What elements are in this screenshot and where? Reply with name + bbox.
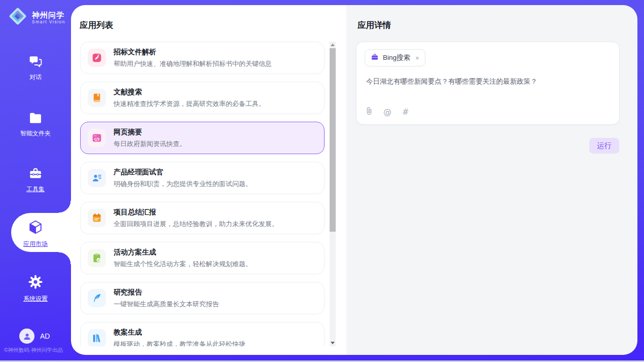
app-card-desc: 模板驱动，教案秒成，教学准备从此轻松快捷: [114, 340, 245, 347]
app-card-desc: 每日政府新闻资讯快查。: [114, 139, 186, 149]
browser-code-icon: [88, 129, 106, 147]
app-card[interactable]: 项目总结汇报 全面回顾项目进展，总结经验教训，助力未来优化发展。: [80, 202, 325, 234]
run-button[interactable]: 运行: [589, 138, 619, 154]
question-input[interactable]: 今日湖北有哪些新闻要点？有哪些需要关注的最新政策？: [366, 77, 610, 86]
chat-icon: [28, 55, 43, 69]
edit-pen-icon: [88, 49, 106, 67]
chip-close-icon[interactable]: ×: [415, 54, 419, 62]
app-card-desc: 快速精准查找学术资源，提高研究效率的必备工具。: [114, 99, 265, 108]
user-label: AD: [40, 332, 50, 340]
brand-name: 神州问学: [32, 11, 65, 19]
sidebar-item-label: 应用市场: [23, 240, 48, 248]
user-account[interactable]: AD: [19, 329, 50, 344]
scrollbar[interactable]: [330, 42, 336, 346]
app-card-title: 教案生成: [114, 328, 245, 337]
scroll-up-button[interactable]: [330, 42, 336, 48]
sidebar-item-app-market[interactable]: 应用市场: [0, 220, 71, 248]
sidebar-item-label: 工具集: [26, 185, 45, 194]
app-card-desc: 一键智能生成高质量长文本研究报告: [114, 300, 219, 309]
clipboard-check-icon: [88, 249, 106, 267]
calendar-report-icon: [88, 209, 106, 227]
book-icon: [88, 89, 106, 107]
app-card-title: 研究报告: [114, 288, 219, 297]
app-card-desc: 帮助用户快速、准确地理解和解析招标书中的关键信息: [114, 59, 272, 68]
mention-icon[interactable]: @: [383, 108, 391, 116]
app-card-title: 产品经理面试官: [114, 168, 252, 177]
app-card-title: 项目总结汇报: [114, 208, 278, 217]
tool-chip-bing-search[interactable]: Bing搜索 ×: [365, 49, 425, 66]
app-detail-title: 应用详情: [357, 20, 391, 31]
diamond-logo-icon: [8, 6, 28, 28]
brand-logo: 神州问学 Smart Vision: [8, 6, 65, 28]
app-card-desc: 全面回顾项目进展，总结经验教训，助力未来优化发展。: [114, 220, 278, 229]
sidebar-item-label: 对话: [29, 73, 42, 82]
sidebar: 神州问学 Smart Vision 对话 智能文件夹: [0, 0, 71, 362]
app-detail-panel: 应用详情 Bing搜索 × 今日湖北有哪些新闻要点？有哪些需要关注的最新政策？: [346, 5, 637, 355]
app-card-title: 网页摘要: [114, 128, 186, 137]
sidebar-item-chat[interactable]: 对话: [0, 55, 71, 82]
sidebar-item-settings[interactable]: 系统设置: [0, 274, 71, 303]
folder-icon: [28, 112, 43, 126]
hash-icon[interactable]: #: [402, 108, 409, 116]
app-card[interactable]: 文献搜索 快速精准查找学术资源，提高研究效率的必备工具。: [80, 82, 325, 114]
app-card[interactable]: 活动方案生成 智能生成个性化活动方案，轻松解决规划难题。: [80, 242, 325, 274]
quill-icon: [88, 289, 106, 307]
main-content: 应用列表 招标文件解析 帮助用户快速、准确地理解和解析招标书中的关键信息: [71, 5, 637, 355]
app-card[interactable]: 研究报告 一键智能生成高质量长文本研究报告: [80, 282, 325, 314]
briefcase-icon: [371, 53, 379, 62]
app-list-panel: 应用列表 招标文件解析 帮助用户快速、准确地理解和解析招标书中的关键信息: [71, 5, 346, 355]
sidebar-item-label: 系统设置: [23, 295, 48, 303]
brand-subtitle: Smart Vision: [32, 19, 65, 24]
scrollbar-thumb[interactable]: [330, 48, 336, 232]
app-card[interactable]: 招标文件解析 帮助用户快速、准确地理解和解析招标书中的关键信息: [80, 42, 325, 74]
gear-icon: [28, 274, 43, 291]
app-card-title: 招标文件解析: [114, 48, 272, 57]
sidebar-item-smart-folder[interactable]: 智能文件夹: [0, 112, 71, 138]
person-resume-icon: [88, 169, 106, 187]
app-card[interactable]: 产品经理面试官 明确身份和职责，为您提供专业性的面试问题。: [80, 162, 325, 194]
app-card-selected[interactable]: 网页摘要 每日政府新闻资讯快查。: [80, 122, 325, 154]
sidebar-item-toolset[interactable]: 工具集: [0, 167, 71, 194]
app-card-title: 活动方案生成: [114, 248, 252, 257]
cube-icon: [28, 220, 43, 236]
app-card[interactable]: 教案生成 模板驱动，教案秒成，教学准备从此轻松快捷: [80, 322, 325, 346]
paperclip-icon[interactable]: [366, 106, 373, 118]
app-list-title: 应用列表: [80, 20, 113, 31]
app-card-desc: 明确身份和职责，为您提供专业性的面试问题。: [114, 179, 252, 189]
app-config-card: Bing搜索 × 今日湖北有哪些新闻要点？有哪些需要关注的最新政策？ @ #: [356, 42, 620, 125]
tool-chip-label: Bing搜索: [383, 53, 410, 62]
app-card-title: 文献搜索: [114, 88, 265, 97]
toolbox-icon: [28, 167, 43, 182]
composer-toolbar: @ #: [366, 106, 409, 118]
books-icon: [88, 329, 106, 346]
app-card-list: 招标文件解析 帮助用户快速、准确地理解和解析招标书中的关键信息 文献搜索 快速精…: [80, 42, 325, 346]
avatar: [19, 329, 34, 344]
copyright-text: ©神州数码·神州问学出品: [4, 347, 63, 354]
scroll-down-button[interactable]: [330, 340, 336, 346]
app-card-desc: 智能生成个性化活动方案，轻松解决规划难题。: [114, 260, 252, 269]
sidebar-item-label: 智能文件夹: [20, 129, 51, 138]
